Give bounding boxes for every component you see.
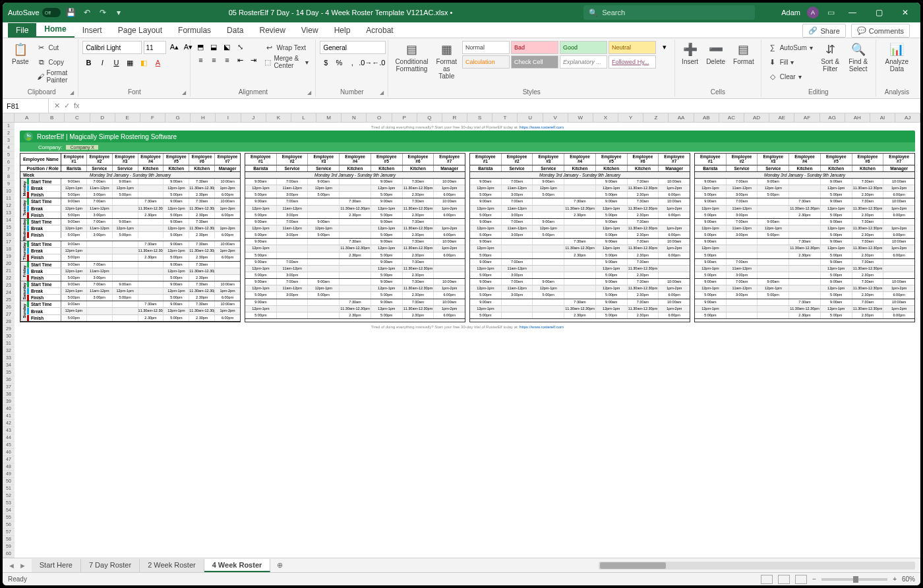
roster-cell[interactable]: 5:00pm <box>596 272 628 278</box>
roster-cell[interactable]: 2.30pm <box>403 212 434 218</box>
roster-cell[interactable]: 7:30am <box>189 179 215 185</box>
roster-cell[interactable]: 12pm-1pm <box>61 206 87 212</box>
row-header[interactable]: 20 <box>3 260 15 268</box>
roster-cell[interactable]: 10:00am <box>215 281 240 287</box>
roster-cell[interactable]: 12pm-1pm <box>758 285 789 291</box>
tab-page-layout[interactable]: Page Layout <box>110 23 170 38</box>
roster-cell[interactable]: 2.30pm <box>852 292 884 298</box>
fill-button[interactable]: ⬇Fill ▾ <box>765 55 816 69</box>
roster-cell[interactable]: 11.30am-12.30pm <box>138 206 164 212</box>
roster-cell[interactable] <box>277 299 309 305</box>
roster-cell[interactable]: 5:00pm <box>61 254 87 260</box>
roster-cell[interactable]: 12pm-1pm <box>596 245 628 251</box>
roster-cell[interactable]: 2.30pm <box>852 212 884 218</box>
decrease-decimal-button[interactable]: ←.0 <box>372 57 384 69</box>
roster-cell[interactable]: 5:00pm <box>596 232 628 238</box>
row-header[interactable]: 52 <box>3 492 15 500</box>
roster-cell[interactable]: 6:00pm <box>659 192 690 198</box>
roster-cell[interactable]: 7:00am <box>87 198 113 204</box>
sheet-tab[interactable]: 7 Day Roster <box>81 559 140 572</box>
roster-cell[interactable]: 2.30pm <box>403 292 434 298</box>
roster-cell[interactable] <box>659 219 690 225</box>
column-header[interactable]: AJ <box>895 113 920 122</box>
roster-cell[interactable]: 1pm-2pm <box>434 306 465 312</box>
roster-cell[interactable] <box>113 301 138 307</box>
roster-cell[interactable]: 5:00pm <box>371 252 403 258</box>
roster-cell[interactable]: 12pm-1pm <box>61 308 87 314</box>
roster-cell[interactable]: 2.30pm <box>138 254 164 260</box>
roster-cell[interactable]: 9:00am <box>470 239 502 245</box>
roster-cell[interactable]: 2.30pm <box>138 212 164 218</box>
roster-cell[interactable] <box>564 272 596 278</box>
row-header[interactable]: 42 <box>3 420 15 427</box>
roster-cell[interactable] <box>789 272 821 278</box>
roster-cell[interactable]: 11am-12pm <box>502 225 533 231</box>
row-header[interactable]: 60 <box>3 550 15 558</box>
roster-cell[interactable]: 7:30am <box>628 219 659 225</box>
roster-cell[interactable]: 6:00pm <box>215 212 240 218</box>
align-bottom-button[interactable]: ⬕ <box>221 41 233 53</box>
roster-cell[interactable]: 12pm-1pm <box>245 306 277 312</box>
roster-cell[interactable]: 12pm-1pm <box>821 225 852 231</box>
roster-cell[interactable] <box>564 266 596 272</box>
roster-cell[interactable]: 9:00am <box>113 179 138 185</box>
roster-cell[interactable]: 11.30am-12.30pm <box>138 248 164 254</box>
roster-cell[interactable]: 9:00am <box>61 262 87 268</box>
roster-cell[interactable] <box>113 212 138 218</box>
roster-cell[interactable]: 5:00pm <box>61 192 87 198</box>
roster-cell[interactable] <box>215 268 240 274</box>
roster-cell[interactable]: 3:00pm <box>277 192 309 198</box>
row-header[interactable]: 30 <box>3 333 15 340</box>
row-header[interactable]: 13 <box>3 210 15 217</box>
roster-cell[interactable]: 9:00am <box>695 259 727 265</box>
roster-cell[interactable]: 2.30pm <box>628 312 659 318</box>
roster-cell[interactable]: 11.30am-12.30pm <box>340 206 371 212</box>
row-header[interactable]: 11 <box>3 195 15 202</box>
column-header[interactable]: G <box>165 113 191 122</box>
roster-cell[interactable]: 12pm-1pm <box>164 185 189 191</box>
roster-cell[interactable]: 7:00am <box>727 198 758 204</box>
roster-cell[interactable]: 2.30pm <box>852 232 884 238</box>
roster-cell[interactable]: 2.30pm <box>628 272 659 278</box>
column-header[interactable]: I <box>216 113 241 122</box>
roster-cell[interactable]: 2.30pm <box>789 312 821 318</box>
roster-cell[interactable] <box>215 219 240 225</box>
roster-cell[interactable]: 11am-12pm <box>277 285 309 291</box>
tab-file[interactable]: File <box>8 23 36 38</box>
tab-home[interactable]: Home <box>36 22 74 38</box>
roster-cell[interactable]: 10:00am <box>659 279 690 285</box>
zoom-slider[interactable] <box>821 578 887 581</box>
font-color-button[interactable]: A <box>152 57 164 69</box>
roster-cell[interactable]: 12pm-1pm <box>61 268 87 274</box>
roster-cell[interactable]: 3:00pm <box>727 212 758 218</box>
row-header[interactable]: 44 <box>3 434 15 442</box>
roster-cell[interactable] <box>308 306 340 312</box>
row-header[interactable]: 36 <box>3 376 15 384</box>
roster-cell[interactable]: 5:00pm <box>371 232 403 238</box>
add-sheet-button[interactable]: ⊕ <box>270 561 289 570</box>
roster-cell[interactable]: 11.30am-12.30pm <box>403 206 434 212</box>
select-all-corner[interactable] <box>3 113 15 122</box>
roster-cell[interactable]: 1pm-2pm <box>883 185 914 191</box>
roster-cell[interactable] <box>789 185 821 191</box>
roster-cell[interactable]: 12pm-1pm <box>470 185 502 191</box>
row-header[interactable]: 16 <box>3 231 15 239</box>
roster-cell[interactable]: 5:00pm <box>758 192 789 198</box>
tab-data[interactable]: Data <box>219 23 251 38</box>
roster-cell[interactable]: 5:00pm <box>61 295 87 301</box>
roster-cell[interactable]: 9:00am <box>164 198 189 204</box>
roster-cell[interactable]: 1pm-2pm <box>215 288 240 294</box>
roster-cell[interactable] <box>533 266 564 272</box>
roster-cell[interactable]: 2.30pm <box>403 192 434 198</box>
roster-cell[interactable]: 12pm-1pm <box>821 206 852 212</box>
roster-cell[interactable]: 9:00am <box>245 299 277 305</box>
roster-cell[interactable]: 11.30am-12.30pm <box>340 306 371 312</box>
roster-cell[interactable]: 9:00am <box>164 301 189 307</box>
roster-cell[interactable] <box>434 272 465 278</box>
tab-review[interactable]: Review <box>251 23 293 38</box>
row-header[interactable]: 37 <box>3 384 15 391</box>
roster-cell[interactable] <box>758 272 789 278</box>
roster-cell[interactable]: 11.30am-12.30pm <box>340 245 371 251</box>
format-painter-button[interactable]: 🖌Format Painter <box>34 70 74 83</box>
roster-cell[interactable]: 7:30am <box>852 179 884 185</box>
